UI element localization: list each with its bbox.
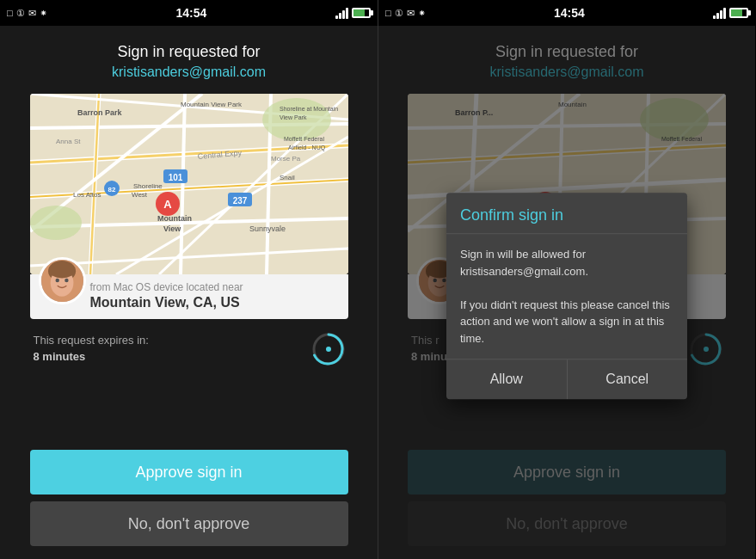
email-label-left: kristisanders@gmail.com (112, 64, 266, 80)
avatar (39, 257, 86, 304)
svg-point-74 (704, 347, 709, 352)
svg-point-61 (640, 98, 709, 141)
confirm-dialog: Confirm sign in Sign in will be allowed … (446, 193, 687, 399)
sim-icon: □ (7, 8, 13, 18)
expires-value-right: 8 minu (411, 349, 447, 365)
status-left-icons-right: □ ① ✉ ⁕ (385, 8, 426, 19)
svg-point-71 (442, 279, 446, 282)
expires-text: This request expires in: 8 minutes (34, 333, 149, 364)
left-screen: □ ① ✉ ⁕ 14:54 Sign in requested for kris… (0, 0, 378, 559)
svg-text:Shoreline: Shoreline (133, 182, 163, 190)
expires-text-right: This r 8 minu (411, 333, 447, 364)
right-screen: □ ① ✉ ⁕ 14:54 Sign in requested for kris… (378, 0, 755, 559)
location-from-text: from Mac OS device located near (90, 281, 338, 295)
svg-text:Mountain: Mountain (558, 101, 587, 108)
status-right-icons-r (713, 7, 748, 19)
dialog-body: Sign in will be allowed for kristisander… (446, 234, 687, 359)
signal-icon-r (713, 7, 726, 19)
signal-icon (335, 7, 348, 19)
svg-text:Morse Pa: Morse Pa (271, 155, 301, 163)
cancel-button[interactable]: Cancel (568, 359, 688, 399)
bluetooth-icon-r: ⁕ (418, 8, 426, 19)
email-icon: ✉ (28, 8, 36, 19)
svg-text:Mountain View Park: Mountain View Park (181, 101, 243, 108)
svg-point-17 (30, 206, 82, 240)
status-bar-right: □ ① ✉ ⁕ 14:54 (378, 0, 755, 26)
svg-text:Los Altos: Los Altos (73, 191, 101, 199)
svg-text:Airfield - NUQ: Airfield - NUQ (288, 144, 326, 151)
svg-text:View Park: View Park (280, 114, 307, 120)
svg-point-46 (65, 279, 68, 282)
status-right-icons (335, 7, 371, 19)
location-name-text: Mountain View, CA, US (90, 295, 338, 310)
battery-icon (352, 8, 371, 18)
dialog-body-text: Sign in will be allowed for kristisander… (460, 248, 670, 345)
sim-icon-r: □ (385, 8, 391, 18)
email-icon-r: ✉ (407, 8, 415, 19)
expires-label-right: This r (411, 333, 447, 348)
status-bar-left: □ ① ✉ ⁕ 14:54 (0, 0, 378, 26)
svg-text:Moffett Federal: Moffett Federal (284, 136, 324, 142)
battery-icon-r (729, 8, 748, 18)
svg-text:101: 101 (168, 173, 182, 182)
no-approve-button-right: No, don't approve (408, 501, 726, 546)
timer-icon-right (690, 333, 722, 366)
status-left-icons: □ ① ✉ ⁕ (7, 8, 47, 19)
email-label-right: kristisanders@gmail.com (490, 64, 644, 80)
action-buttons: Approve sign in No, don't approve (30, 450, 348, 546)
bluetooth-icon: ⁕ (40, 8, 47, 19)
action-buttons-right: Approve sign in No, don't approve (408, 450, 726, 546)
no-approve-button[interactable]: No, don't approve (30, 501, 348, 546)
map-view: 101 237 Central Expy Anna St Morse Pa A … (30, 94, 348, 274)
svg-text:View: View (163, 224, 181, 233)
svg-text:A: A (163, 198, 172, 211)
location-card: from Mac OS device located near Mountain… (30, 274, 348, 319)
svg-point-70 (433, 279, 436, 282)
svg-text:Barron Park: Barron Park (77, 108, 123, 117)
expires-value: 8 minutes (34, 349, 149, 365)
page-title-right: Sign in requested for (495, 43, 638, 61)
svg-point-49 (326, 347, 331, 352)
notif-icon: ① (16, 8, 25, 19)
approve-button-right: Approve sign in (408, 450, 726, 494)
allow-button[interactable]: Allow (446, 359, 568, 399)
time-display-left: 14:54 (175, 6, 206, 20)
svg-text:Shoreline at Mountain: Shoreline at Mountain (280, 106, 338, 112)
svg-text:Anna St: Anna St (56, 138, 81, 145)
time-display-right: 14:54 (554, 6, 585, 20)
svg-text:Snail: Snail (280, 174, 295, 181)
svg-point-47 (48, 263, 74, 279)
timer-icon (312, 333, 345, 366)
page-title-left: Sign in requested for (117, 43, 260, 61)
svg-text:West: West (132, 191, 148, 199)
dialog-title: Confirm sign in (446, 193, 687, 234)
svg-text:Moffett Federal: Moffett Federal (661, 136, 702, 142)
dialog-button-row: Allow Cancel (446, 359, 687, 399)
svg-text:Mountain: Mountain (157, 214, 192, 223)
svg-point-45 (55, 279, 58, 282)
svg-text:237: 237 (232, 196, 247, 206)
notif-icon-r: ① (395, 8, 403, 19)
svg-text:Sunnyvale: Sunnyvale (249, 224, 286, 233)
expires-label: This request expires in: (34, 333, 149, 348)
approve-button[interactable]: Approve sign in (30, 450, 348, 494)
svg-text:82: 82 (108, 186, 115, 194)
expires-row: This request expires in: 8 minutes (30, 328, 348, 371)
svg-text:Barron P...: Barron P... (455, 108, 493, 117)
left-screen-content: Sign in requested for kristisanders@gmai… (0, 26, 378, 559)
